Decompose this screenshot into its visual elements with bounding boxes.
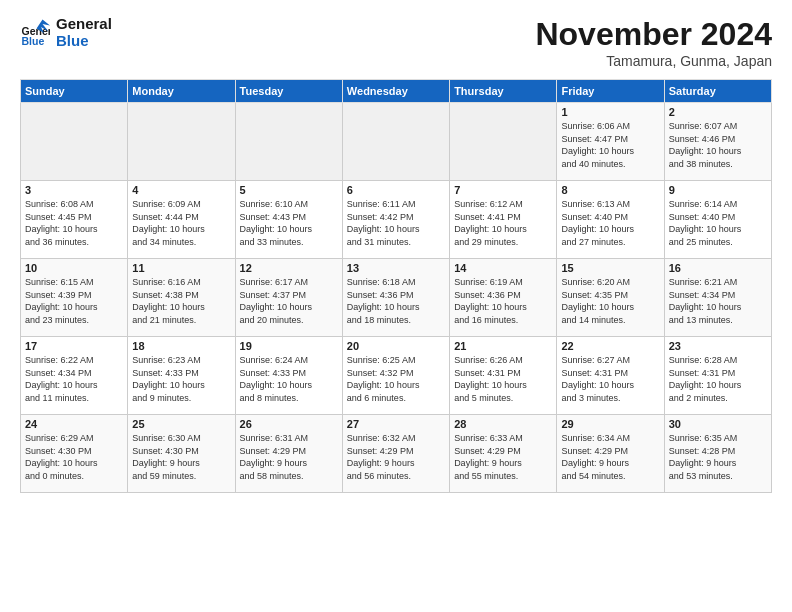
day-info: Sunrise: 6:18 AM Sunset: 4:36 PM Dayligh… bbox=[347, 276, 445, 326]
day-info: Sunrise: 6:29 AM Sunset: 4:30 PM Dayligh… bbox=[25, 432, 123, 482]
column-header-tuesday: Tuesday bbox=[235, 80, 342, 103]
day-number: 28 bbox=[454, 418, 552, 430]
week-row-4: 17Sunrise: 6:22 AM Sunset: 4:34 PM Dayli… bbox=[21, 337, 772, 415]
day-number: 14 bbox=[454, 262, 552, 274]
page: General Blue General Blue November 2024 … bbox=[0, 0, 792, 612]
day-number: 20 bbox=[347, 340, 445, 352]
day-number: 4 bbox=[132, 184, 230, 196]
logo: General Blue General Blue bbox=[20, 16, 112, 49]
day-number: 19 bbox=[240, 340, 338, 352]
calendar-table: SundayMondayTuesdayWednesdayThursdayFrid… bbox=[20, 79, 772, 493]
day-number: 12 bbox=[240, 262, 338, 274]
header-row: SundayMondayTuesdayWednesdayThursdayFrid… bbox=[21, 80, 772, 103]
header: General Blue General Blue November 2024 … bbox=[20, 16, 772, 69]
day-info: Sunrise: 6:11 AM Sunset: 4:42 PM Dayligh… bbox=[347, 198, 445, 248]
location: Tamamura, Gunma, Japan bbox=[535, 53, 772, 69]
day-info: Sunrise: 6:24 AM Sunset: 4:33 PM Dayligh… bbox=[240, 354, 338, 404]
day-number: 27 bbox=[347, 418, 445, 430]
day-number: 22 bbox=[561, 340, 659, 352]
day-number: 13 bbox=[347, 262, 445, 274]
day-cell: 11Sunrise: 6:16 AM Sunset: 4:38 PM Dayli… bbox=[128, 259, 235, 337]
day-cell: 18Sunrise: 6:23 AM Sunset: 4:33 PM Dayli… bbox=[128, 337, 235, 415]
day-info: Sunrise: 6:25 AM Sunset: 4:32 PM Dayligh… bbox=[347, 354, 445, 404]
day-info: Sunrise: 6:34 AM Sunset: 4:29 PM Dayligh… bbox=[561, 432, 659, 482]
day-number: 3 bbox=[25, 184, 123, 196]
day-cell bbox=[235, 103, 342, 181]
day-info: Sunrise: 6:08 AM Sunset: 4:45 PM Dayligh… bbox=[25, 198, 123, 248]
day-info: Sunrise: 6:35 AM Sunset: 4:28 PM Dayligh… bbox=[669, 432, 767, 482]
day-number: 9 bbox=[669, 184, 767, 196]
day-info: Sunrise: 6:19 AM Sunset: 4:36 PM Dayligh… bbox=[454, 276, 552, 326]
day-cell: 2Sunrise: 6:07 AM Sunset: 4:46 PM Daylig… bbox=[664, 103, 771, 181]
day-cell: 8Sunrise: 6:13 AM Sunset: 4:40 PM Daylig… bbox=[557, 181, 664, 259]
column-header-friday: Friday bbox=[557, 80, 664, 103]
day-info: Sunrise: 6:07 AM Sunset: 4:46 PM Dayligh… bbox=[669, 120, 767, 170]
column-header-sunday: Sunday bbox=[21, 80, 128, 103]
day-info: Sunrise: 6:23 AM Sunset: 4:33 PM Dayligh… bbox=[132, 354, 230, 404]
day-cell: 20Sunrise: 6:25 AM Sunset: 4:32 PM Dayli… bbox=[342, 337, 449, 415]
day-cell: 1Sunrise: 6:06 AM Sunset: 4:47 PM Daylig… bbox=[557, 103, 664, 181]
day-info: Sunrise: 6:31 AM Sunset: 4:29 PM Dayligh… bbox=[240, 432, 338, 482]
column-header-thursday: Thursday bbox=[450, 80, 557, 103]
day-cell bbox=[128, 103, 235, 181]
day-cell: 23Sunrise: 6:28 AM Sunset: 4:31 PM Dayli… bbox=[664, 337, 771, 415]
day-cell: 30Sunrise: 6:35 AM Sunset: 4:28 PM Dayli… bbox=[664, 415, 771, 493]
day-cell: 14Sunrise: 6:19 AM Sunset: 4:36 PM Dayli… bbox=[450, 259, 557, 337]
day-info: Sunrise: 6:16 AM Sunset: 4:38 PM Dayligh… bbox=[132, 276, 230, 326]
logo-line2: Blue bbox=[56, 33, 112, 50]
day-cell: 13Sunrise: 6:18 AM Sunset: 4:36 PM Dayli… bbox=[342, 259, 449, 337]
day-info: Sunrise: 6:32 AM Sunset: 4:29 PM Dayligh… bbox=[347, 432, 445, 482]
day-info: Sunrise: 6:15 AM Sunset: 4:39 PM Dayligh… bbox=[25, 276, 123, 326]
day-info: Sunrise: 6:28 AM Sunset: 4:31 PM Dayligh… bbox=[669, 354, 767, 404]
day-cell: 6Sunrise: 6:11 AM Sunset: 4:42 PM Daylig… bbox=[342, 181, 449, 259]
day-info: Sunrise: 6:10 AM Sunset: 4:43 PM Dayligh… bbox=[240, 198, 338, 248]
week-row-2: 3Sunrise: 6:08 AM Sunset: 4:45 PM Daylig… bbox=[21, 181, 772, 259]
day-cell: 10Sunrise: 6:15 AM Sunset: 4:39 PM Dayli… bbox=[21, 259, 128, 337]
day-info: Sunrise: 6:26 AM Sunset: 4:31 PM Dayligh… bbox=[454, 354, 552, 404]
day-info: Sunrise: 6:13 AM Sunset: 4:40 PM Dayligh… bbox=[561, 198, 659, 248]
day-cell: 3Sunrise: 6:08 AM Sunset: 4:45 PM Daylig… bbox=[21, 181, 128, 259]
month-title: November 2024 bbox=[535, 16, 772, 53]
day-info: Sunrise: 6:22 AM Sunset: 4:34 PM Dayligh… bbox=[25, 354, 123, 404]
week-row-5: 24Sunrise: 6:29 AM Sunset: 4:30 PM Dayli… bbox=[21, 415, 772, 493]
day-cell: 12Sunrise: 6:17 AM Sunset: 4:37 PM Dayli… bbox=[235, 259, 342, 337]
day-number: 25 bbox=[132, 418, 230, 430]
day-number: 5 bbox=[240, 184, 338, 196]
day-info: Sunrise: 6:33 AM Sunset: 4:29 PM Dayligh… bbox=[454, 432, 552, 482]
day-cell: 16Sunrise: 6:21 AM Sunset: 4:34 PM Dayli… bbox=[664, 259, 771, 337]
day-cell: 19Sunrise: 6:24 AM Sunset: 4:33 PM Dayli… bbox=[235, 337, 342, 415]
day-info: Sunrise: 6:06 AM Sunset: 4:47 PM Dayligh… bbox=[561, 120, 659, 170]
day-cell: 9Sunrise: 6:14 AM Sunset: 4:40 PM Daylig… bbox=[664, 181, 771, 259]
day-cell: 27Sunrise: 6:32 AM Sunset: 4:29 PM Dayli… bbox=[342, 415, 449, 493]
day-info: Sunrise: 6:20 AM Sunset: 4:35 PM Dayligh… bbox=[561, 276, 659, 326]
day-number: 6 bbox=[347, 184, 445, 196]
day-number: 17 bbox=[25, 340, 123, 352]
day-number: 2 bbox=[669, 106, 767, 118]
column-header-saturday: Saturday bbox=[664, 80, 771, 103]
day-cell: 25Sunrise: 6:30 AM Sunset: 4:30 PM Dayli… bbox=[128, 415, 235, 493]
day-number: 10 bbox=[25, 262, 123, 274]
day-number: 30 bbox=[669, 418, 767, 430]
column-header-wednesday: Wednesday bbox=[342, 80, 449, 103]
day-cell: 21Sunrise: 6:26 AM Sunset: 4:31 PM Dayli… bbox=[450, 337, 557, 415]
day-cell bbox=[342, 103, 449, 181]
day-info: Sunrise: 6:30 AM Sunset: 4:30 PM Dayligh… bbox=[132, 432, 230, 482]
day-cell: 26Sunrise: 6:31 AM Sunset: 4:29 PM Dayli… bbox=[235, 415, 342, 493]
week-row-3: 10Sunrise: 6:15 AM Sunset: 4:39 PM Dayli… bbox=[21, 259, 772, 337]
day-cell bbox=[450, 103, 557, 181]
day-number: 26 bbox=[240, 418, 338, 430]
column-header-monday: Monday bbox=[128, 80, 235, 103]
day-number: 7 bbox=[454, 184, 552, 196]
day-number: 1 bbox=[561, 106, 659, 118]
day-cell bbox=[21, 103, 128, 181]
day-info: Sunrise: 6:14 AM Sunset: 4:40 PM Dayligh… bbox=[669, 198, 767, 248]
day-number: 16 bbox=[669, 262, 767, 274]
day-number: 21 bbox=[454, 340, 552, 352]
day-number: 11 bbox=[132, 262, 230, 274]
logo-icon: General Blue bbox=[20, 18, 50, 48]
day-info: Sunrise: 6:27 AM Sunset: 4:31 PM Dayligh… bbox=[561, 354, 659, 404]
day-info: Sunrise: 6:21 AM Sunset: 4:34 PM Dayligh… bbox=[669, 276, 767, 326]
day-number: 29 bbox=[561, 418, 659, 430]
day-number: 23 bbox=[669, 340, 767, 352]
day-cell: 29Sunrise: 6:34 AM Sunset: 4:29 PM Dayli… bbox=[557, 415, 664, 493]
